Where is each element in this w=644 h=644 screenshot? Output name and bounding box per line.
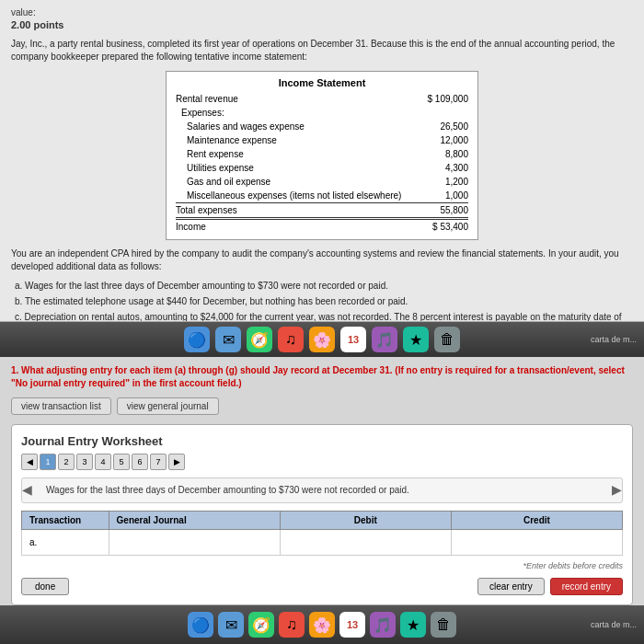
- expense-amount-5: 1,200: [413, 175, 468, 189]
- tab-buttons: view transaction list view general journ…: [11, 397, 633, 415]
- clear-entry-button[interactable]: clear entry: [477, 578, 545, 595]
- expense-row-4: Utilities expense 4,300: [176, 161, 468, 175]
- description-text: Jay, Inc., a party rental business, comp…: [11, 38, 633, 63]
- question-text: 1. What adjusting entry for each item (a…: [11, 364, 633, 390]
- journal-table: Transaction General Journal Debit Credit…: [21, 511, 623, 556]
- nav-4-button[interactable]: 4: [95, 454, 111, 470]
- nav-1-button[interactable]: 1: [40, 454, 56, 470]
- dock-bottom-safari-icon[interactable]: 🧭: [248, 612, 274, 638]
- rental-revenue-amount: $ 109,000: [413, 92, 468, 106]
- rental-revenue-row: Rental revenue $ 109,000: [176, 92, 468, 106]
- nav-prev-button[interactable]: ◀: [21, 454, 38, 470]
- dock-bottom-trash-icon[interactable]: 🗑: [431, 612, 456, 638]
- expense-row-2: Maintenance expense 12,000: [176, 133, 468, 147]
- expense-amount-3: 8,800: [413, 147, 468, 161]
- app-icon[interactable]: ★: [403, 327, 429, 352]
- expense-label-6: Miscellaneous expenses (items not listed…: [187, 189, 401, 202]
- income-label: Income: [176, 220, 206, 234]
- nav-7-button[interactable]: 7: [150, 454, 167, 470]
- general-journal-input[interactable]: [117, 537, 272, 547]
- expense-amount-2: 12,000: [413, 133, 468, 147]
- dock-bottom-app-icon[interactable]: ★: [400, 612, 426, 638]
- col-debit: Debit: [280, 512, 451, 530]
- credit-input[interactable]: [459, 537, 615, 547]
- expense-label-3: Rent expense: [187, 147, 244, 161]
- itunes-icon[interactable]: ♫: [278, 327, 304, 352]
- total-expenses-amount: 55,800: [413, 203, 468, 217]
- view-general-journal-button[interactable]: view general journal: [117, 397, 219, 415]
- bottom-panel: 1. What adjusting entry for each item (a…: [0, 357, 644, 605]
- trash-icon[interactable]: 🗑: [434, 327, 460, 352]
- items-list: a. Wages for the last three days of Dece…: [11, 279, 633, 322]
- income-row: Income $ 53,400: [176, 217, 468, 234]
- safari-icon[interactable]: 🧭: [247, 327, 272, 352]
- instruction-text: Wages for the last three days of Decembe…: [31, 484, 613, 497]
- credit-input-cell[interactable]: [451, 530, 622, 556]
- expense-label-1: Salaries and wages expense: [187, 120, 305, 133]
- expense-amount-6: 1,000: [413, 189, 468, 202]
- instruction-box: ◀ Wages for the last three days of Decem…: [21, 477, 623, 503]
- dock-bottom-label: carta de m...: [591, 620, 637, 629]
- dock-bottom-ical-icon[interactable]: 13: [339, 612, 365, 638]
- photo-icon[interactable]: 🌸: [309, 327, 335, 352]
- general-journal-input-cell[interactable]: [109, 530, 280, 556]
- income-table: Income Statement Rental revenue $ 109,00…: [166, 71, 478, 240]
- points-label: 2.00 points: [11, 19, 633, 30]
- enter-credits-note: *Enter debits before credits: [21, 561, 623, 570]
- music-icon[interactable]: 🎵: [372, 327, 397, 352]
- expense-row-1: Salaries and wages expense 26,500: [176, 120, 468, 133]
- nav-5-button[interactable]: 5: [113, 454, 130, 470]
- worksheet-container: Journal Entry Worksheet ◀ 1 2 3 4 5 6 7 …: [11, 424, 633, 605]
- expense-label-4: Utilities expense: [187, 161, 254, 175]
- dock-bottom-photo-icon[interactable]: 🌸: [309, 612, 335, 638]
- nav-controls: ◀ 1 2 3 4 5 6 7 ▶: [21, 454, 623, 470]
- dock-bottom-music-icon[interactable]: 🎵: [370, 612, 396, 638]
- dock-bottom-mail-icon[interactable]: ✉: [218, 612, 244, 638]
- col-general-journal: General Journal: [109, 512, 280, 530]
- mail-icon[interactable]: ✉: [215, 327, 241, 352]
- rental-revenue-label: Rental revenue: [176, 92, 238, 106]
- nav-next-button[interactable]: ▶: [168, 454, 185, 470]
- item-a: a. Wages for the last three days of Dece…: [15, 279, 633, 293]
- nav-6-button[interactable]: 6: [132, 454, 148, 470]
- expense-amount-1: 26,500: [413, 120, 468, 133]
- dock-bottom-itunes-icon[interactable]: ♫: [279, 612, 305, 638]
- done-button[interactable]: done: [21, 578, 69, 595]
- audit-text: You are an independent CPA hired by the …: [11, 247, 633, 273]
- expense-label-5: Gas and oil expense: [187, 175, 270, 189]
- right-buttons: clear entry record entry: [477, 578, 623, 595]
- view-transaction-list-button[interactable]: view transaction list: [11, 397, 111, 415]
- total-expenses-label: Total expenses: [176, 203, 237, 217]
- dock-bottom-finder-icon[interactable]: 🔵: [188, 612, 213, 638]
- expenses-label-row: Expenses:: [176, 106, 468, 120]
- table-row: a.: [22, 530, 623, 556]
- expense-amount-4: 4,300: [413, 161, 468, 175]
- top-panel: value: 2.00 points Jay, Inc., a party re…: [0, 0, 644, 322]
- dock-bottom-calendar-number: 13: [347, 619, 358, 630]
- debit-input[interactable]: [288, 537, 443, 547]
- table-header-row: Transaction General Journal Debit Credit: [22, 512, 623, 530]
- finder-icon[interactable]: 🔵: [184, 327, 210, 352]
- debit-input-cell[interactable]: [280, 530, 451, 556]
- income-table-title: Income Statement: [176, 77, 468, 88]
- ical-icon[interactable]: 13: [340, 327, 366, 352]
- worksheet-title: Journal Entry Worksheet: [21, 434, 623, 448]
- calendar-number: 13: [348, 334, 359, 345]
- bottom-buttons: done clear entry record entry: [21, 578, 623, 595]
- transaction-cell: a.: [22, 530, 109, 556]
- record-entry-button[interactable]: record entry: [550, 578, 623, 595]
- col-credit: Credit: [451, 512, 622, 530]
- nav-3-button[interactable]: 3: [76, 454, 93, 470]
- dock-top: 🔵 ✉ 🧭 ♫ 🌸 13 🎵 ★ 🗑 carta de m...: [0, 322, 644, 357]
- dock-bottom: 🔵 ✉ 🧭 ♫ 🌸 13 🎵 ★ 🗑 carta de m...: [0, 605, 644, 644]
- dock-top-label: carta de m...: [591, 335, 637, 344]
- nav-2-button[interactable]: 2: [58, 454, 75, 470]
- income-statement-container: Income Statement Rental revenue $ 109,00…: [11, 71, 633, 240]
- income-amount: $ 53,400: [413, 220, 468, 234]
- instruction-next-icon[interactable]: ▶: [612, 481, 622, 500]
- expense-row-3: Rent expense 8,800: [176, 147, 468, 161]
- total-expenses-row: Total expenses 55,800: [176, 202, 468, 217]
- instruction-prev-icon[interactable]: ◀: [22, 481, 32, 500]
- item-c: c. Depreciation on rental autos, amounti…: [15, 310, 633, 322]
- expense-row-5: Gas and oil expense 1,200: [176, 175, 468, 189]
